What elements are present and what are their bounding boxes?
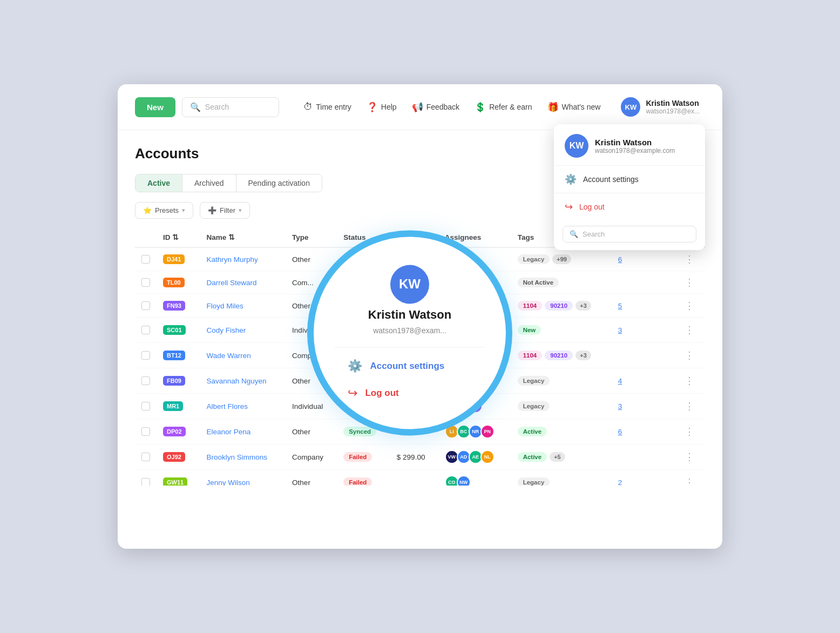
row-checkbox-3[interactable] bbox=[135, 318, 157, 343]
row-tags-0: Legacy+99 bbox=[511, 247, 612, 271]
gear-icon: ⚙️ bbox=[565, 173, 577, 185]
new-button[interactable]: New bbox=[135, 97, 175, 117]
row-id-7: DP02 bbox=[157, 419, 200, 445]
row-checkbox-8[interactable] bbox=[135, 445, 157, 470]
magnify-account-settings[interactable]: ⚙️ Account settings bbox=[335, 354, 484, 379]
avatar: KW bbox=[621, 97, 640, 117]
search-placeholder: Search bbox=[205, 103, 229, 111]
row-proposals-8[interactable] bbox=[612, 445, 678, 470]
row-proposals-4[interactable] bbox=[612, 343, 678, 368]
whats-new-icon: 🎁 bbox=[547, 102, 559, 113]
row-status-9: Failed bbox=[337, 470, 390, 486]
magnify-gear-icon: ⚙️ bbox=[348, 359, 362, 373]
row-proposals-5[interactable]: 4 bbox=[612, 368, 678, 394]
tab-archived[interactable]: Archived bbox=[182, 174, 236, 192]
nav-item-refer-earn[interactable]: 💲Refer & earn bbox=[468, 97, 538, 117]
row-tags-3: New bbox=[511, 318, 612, 343]
magnify-user: KW Kristin Watson watson1978@exam... bbox=[368, 265, 451, 335]
magnify-logout[interactable]: ↪ Log out bbox=[335, 381, 484, 406]
row-name-4[interactable]: Wade Warren bbox=[200, 343, 286, 368]
nav-item-feedback[interactable]: 📢Feedback bbox=[405, 97, 466, 117]
logout-icon: ↪ bbox=[565, 201, 573, 213]
tab-group: ActiveArchivedPending activation bbox=[135, 174, 322, 192]
account-settings-item[interactable]: ⚙️ Account settings bbox=[554, 166, 705, 193]
row-type-0: Other bbox=[286, 247, 337, 271]
magnify-email: watson1978@exam... bbox=[373, 326, 446, 335]
row-checkbox-9[interactable] bbox=[135, 470, 157, 486]
row-name-5[interactable]: Savannah Nguyen bbox=[200, 368, 286, 394]
row-name-0[interactable]: Kathryn Murphy bbox=[200, 247, 286, 271]
row-id-3: SC01 bbox=[157, 318, 200, 343]
row-more-3[interactable]: ⋮ bbox=[678, 318, 705, 343]
filter-btn-filter[interactable]: ➕Filter▾ bbox=[200, 202, 250, 219]
row-more-2[interactable]: ⋮ bbox=[678, 294, 705, 318]
magnify-logout-icon: ↪ bbox=[348, 386, 357, 400]
row-checkbox-6[interactable] bbox=[135, 394, 157, 419]
row-name-9[interactable]: Jenny Wilson bbox=[200, 470, 286, 486]
row-proposals-6[interactable]: 3 bbox=[612, 394, 678, 419]
row-proposals-2[interactable]: 5 bbox=[612, 294, 678, 318]
col-cb[interactable] bbox=[135, 226, 157, 247]
row-more-6[interactable]: ⋮ bbox=[678, 394, 705, 419]
row-proposals-9[interactable]: 2 bbox=[612, 470, 678, 486]
row-more-1[interactable]: ⋮ bbox=[678, 271, 705, 294]
dropdown-search[interactable]: 🔍 Search bbox=[563, 226, 696, 243]
row-tags-4: 110490210+3 bbox=[511, 343, 612, 368]
row-tags-2: 110490210+3 bbox=[511, 294, 612, 318]
chevron-down-icon: ▾ bbox=[239, 207, 242, 214]
user-menu-button[interactable]: KW Kristin Watson watson1978@ex... bbox=[615, 94, 705, 120]
row-more-5[interactable]: ⋮ bbox=[678, 368, 705, 394]
col-id[interactable]: ID ⇅ bbox=[157, 226, 200, 247]
magnify-logout-label: Log out bbox=[365, 388, 398, 399]
user-name: Kristin Watson bbox=[646, 99, 700, 107]
table-row: GW11Jenny WilsonOtherFailedCONWLegacy2⋮ bbox=[135, 470, 705, 486]
chevron-down-icon: ▾ bbox=[182, 207, 185, 214]
row-checkbox-2[interactable] bbox=[135, 294, 157, 318]
search-box[interactable]: 🔍 Search bbox=[182, 97, 279, 117]
row-proposals-1[interactable] bbox=[612, 271, 678, 294]
time-entry-icon: ⏱ bbox=[303, 102, 313, 112]
dropdown-username: Kristin Watson bbox=[595, 138, 675, 147]
row-more-9[interactable]: ⋮ bbox=[678, 470, 705, 486]
row-proposals-3[interactable]: 3 bbox=[612, 318, 678, 343]
row-id-2: FN93 bbox=[157, 294, 200, 318]
row-name-1[interactable]: Darrell Steward bbox=[200, 271, 286, 294]
nav-item-help[interactable]: ❓Help bbox=[360, 97, 403, 117]
magnify-settings-label: Account settings bbox=[370, 361, 444, 372]
row-checkbox-1[interactable] bbox=[135, 271, 157, 294]
row-checkbox-7[interactable] bbox=[135, 419, 157, 445]
row-name-8[interactable]: Brooklyn Simmons bbox=[200, 445, 286, 470]
row-name-3[interactable]: Cody Fisher bbox=[200, 318, 286, 343]
row-name-7[interactable]: Eleanor Pena bbox=[200, 419, 286, 445]
row-more-8[interactable]: ⋮ bbox=[678, 445, 705, 470]
row-type-9: Other bbox=[286, 470, 337, 486]
dropdown-header: KW Kristin Watson watson1978@example.com bbox=[554, 124, 705, 166]
row-id-9: GW11 bbox=[157, 470, 200, 486]
tab-active[interactable]: Active bbox=[136, 174, 182, 192]
row-proposals-0[interactable]: 6 bbox=[612, 247, 678, 271]
refer-earn-icon: 💲 bbox=[475, 102, 486, 113]
row-id-0: DJ41 bbox=[157, 247, 200, 271]
row-id-5: FB09 bbox=[157, 368, 200, 394]
filter-btn-presets[interactable]: ⭐Presets▾ bbox=[135, 202, 193, 219]
col-name[interactable]: Name ⇅ bbox=[200, 226, 286, 247]
row-tags-5: Legacy bbox=[511, 368, 612, 394]
magnify-name: Kristin Watson bbox=[368, 308, 451, 322]
row-type-7: Other bbox=[286, 419, 337, 445]
tab-pending[interactable]: Pending activation bbox=[236, 174, 322, 192]
row-checkbox-4[interactable] bbox=[135, 343, 157, 368]
log-out-item[interactable]: ↪ Log out bbox=[554, 193, 705, 220]
nav-item-time-entry[interactable]: ⏱Time entry bbox=[297, 97, 358, 117]
row-checkbox-5[interactable] bbox=[135, 368, 157, 394]
row-more-7[interactable]: ⋮ bbox=[678, 419, 705, 445]
row-more-0[interactable]: ⋮ bbox=[678, 247, 705, 271]
nav-item-whats-new[interactable]: 🎁What's new bbox=[541, 97, 607, 117]
row-name-6[interactable]: Albert Flores bbox=[200, 394, 286, 419]
row-name-2[interactable]: Floyd Miles bbox=[200, 294, 286, 318]
row-proposals-7[interactable]: 6 bbox=[612, 419, 678, 445]
row-more-4[interactable]: ⋮ bbox=[678, 343, 705, 368]
row-checkbox-0[interactable] bbox=[135, 247, 157, 271]
row-tags-1: Not Active bbox=[511, 271, 612, 294]
row-balance-8: $ 299.00 bbox=[390, 445, 438, 470]
row-status-8: Failed bbox=[337, 445, 390, 470]
